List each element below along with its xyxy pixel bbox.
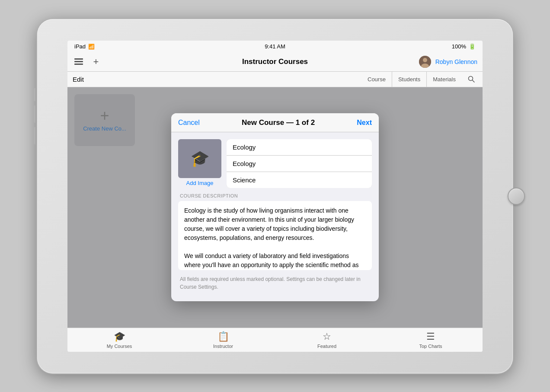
tab-materials[interactable]: Materials	[426, 71, 462, 87]
top-charts-label: Top Charts	[419, 344, 442, 349]
tab-students[interactable]: Students	[392, 71, 426, 87]
my-courses-icon: 🎓	[114, 331, 125, 342]
tab-instructor[interactable]: 📋 Instructor	[206, 331, 240, 349]
search-icon[interactable]	[465, 73, 477, 85]
tab-featured[interactable]: ☆ Featured	[310, 331, 344, 349]
user-avatar	[419, 56, 431, 68]
battery-label: 100%	[452, 43, 466, 50]
svg-line-7	[473, 80, 475, 83]
tab-my-courses[interactable]: 🎓 My Courses	[102, 331, 137, 349]
course-title-input[interactable]	[227, 139, 372, 155]
status-bar: iPad 📶 9:41 AM 100% 🔋	[67, 41, 483, 53]
ipad-screen: iPad 📶 9:41 AM 100% 🔋 +	[67, 41, 483, 352]
add-image-button[interactable]: Add Image	[186, 180, 214, 186]
device-label: iPad	[74, 43, 86, 50]
volume-up-button[interactable]	[34, 88, 35, 101]
my-courses-label: My Courses	[107, 344, 132, 349]
edit-button[interactable]: Edit	[73, 76, 84, 83]
nav-bar: + Instructor Courses Robyn Glennon	[67, 53, 483, 72]
mute-button[interactable]	[34, 127, 35, 144]
volume-down-button[interactable]	[34, 105, 35, 123]
status-right: 100% 🔋	[452, 43, 476, 50]
nav-left: +	[73, 56, 102, 68]
description-label: COURSE DESCRIPTION	[178, 193, 372, 198]
battery-icon: 🔋	[469, 43, 476, 50]
course-fields	[227, 139, 372, 188]
toolbar-tabs: Course Students Materials	[361, 71, 462, 87]
status-left: iPad 📶	[74, 43, 95, 50]
modal-overlay: Cancel New Course — 1 of 2 Next 🎓	[67, 87, 483, 328]
svg-rect-0	[74, 58, 83, 60]
ipad-device: iPad 📶 9:41 AM 100% 🔋 +	[37, 19, 513, 373]
modal-body: 🎓 Add Image COU	[171, 132, 379, 301]
tab-top-charts[interactable]: ☰ Top Charts	[413, 331, 448, 349]
instructor-label: Instructor	[213, 344, 233, 349]
instructor-icon: 📋	[217, 331, 229, 342]
toolbar: Edit Course Students Materials	[67, 72, 483, 87]
home-button[interactable]	[508, 188, 525, 205]
footer-note: All fields are required unless marked op…	[178, 275, 372, 294]
description-section: COURSE DESCRIPTION Ecology is the study …	[178, 193, 372, 270]
modal-title: New Course — 1 of 2	[242, 118, 315, 127]
featured-label: Featured	[317, 344, 336, 349]
next-button[interactable]: Next	[357, 119, 372, 127]
new-course-modal: Cancel New Course — 1 of 2 Next 🎓	[171, 113, 379, 301]
sidebar-toggle-icon[interactable]	[73, 56, 85, 68]
modal-header: Cancel New Course — 1 of 2 Next	[171, 113, 379, 132]
nav-right: Robyn Glennon	[419, 56, 477, 68]
tab-bar: 🎓 My Courses 📋 Instructor ☆ Featured ☰ T…	[67, 328, 483, 352]
wifi-icon: 📶	[88, 44, 95, 50]
graduation-cap-icon: 🎓	[190, 150, 210, 168]
status-time: 9:41 AM	[265, 43, 285, 50]
tab-course[interactable]: Course	[361, 71, 392, 87]
featured-icon: ☆	[323, 331, 331, 342]
nav-title: Instructor Courses	[242, 57, 308, 66]
svg-rect-2	[74, 64, 83, 65]
description-textarea[interactable]: Ecology is the study of how living organ…	[178, 201, 372, 270]
main-content: + Create New Co... Cancel New Course — 1…	[67, 87, 483, 328]
course-top-row: 🎓 Add Image	[178, 139, 372, 188]
top-charts-icon: ☰	[426, 331, 435, 342]
cancel-button[interactable]: Cancel	[178, 119, 200, 127]
course-subject-input[interactable]	[227, 172, 372, 188]
image-placeholder[interactable]: 🎓	[178, 139, 221, 178]
add-course-icon[interactable]: +	[90, 56, 102, 68]
course-subtitle-input[interactable]	[227, 156, 372, 172]
svg-point-4	[423, 58, 427, 62]
svg-rect-1	[74, 61, 83, 62]
image-upload-area: 🎓 Add Image	[178, 139, 221, 186]
user-name-label: Robyn Glennon	[435, 58, 477, 65]
